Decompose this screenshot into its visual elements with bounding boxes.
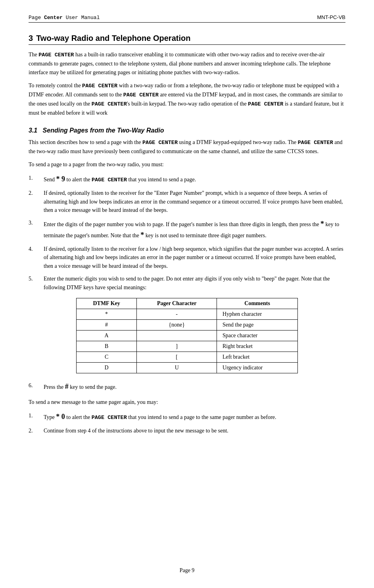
- page-footer: Page 9: [0, 567, 374, 574]
- step-1-content: Send * 9 to alert the PAGE CENTER that y…: [44, 174, 345, 185]
- step-4: 4. If desired, optionally listen to the …: [29, 245, 345, 271]
- table-row: # {none} Send the page: [76, 320, 297, 331]
- subsection31-intro2: To send a page to a pager from the two-w…: [29, 160, 345, 169]
- page-header: Page Center User Manual MNT-PC-VB: [29, 14, 345, 23]
- subsection31-heading: 3.1 Sending Pages from the Two-Way Radio: [29, 127, 345, 134]
- page-center-ref-1: PAGE CENTER: [38, 52, 74, 58]
- section3-title: Two-way Radio and Telephone Operation: [36, 34, 190, 42]
- comment-rbracket: Right bracket: [217, 341, 298, 352]
- final-step-2: 2. Continue from step 4 of the instructi…: [29, 427, 345, 435]
- comment-send: Send the page: [217, 320, 298, 331]
- header-user-manual: User Manual: [63, 15, 100, 21]
- step-3-content: Enter the digits of the pager number you…: [44, 219, 345, 241]
- final-step-1-num: 1.: [29, 411, 44, 420]
- subsection31-title: Sending Pages from the Two-Way Radio: [43, 127, 164, 134]
- pager-char-none: {none}: [137, 320, 217, 331]
- table-header-row: DTMF Key Pager Character Comments: [76, 298, 297, 309]
- page-wrapper: Page Center User Manual MNT-PC-VB 3Two-w…: [0, 0, 374, 588]
- comment-lbracket: Left bracket: [217, 352, 298, 363]
- step-1-num: 1.: [29, 174, 44, 183]
- step-6-num: 6.: [29, 381, 44, 390]
- final-step-1-key: * 0: [56, 413, 65, 421]
- step-3-star2: *: [140, 231, 144, 239]
- final-step-1: 1. Type * 0 to alert the PAGE CENTER tha…: [29, 411, 345, 423]
- step-1: 1. Send * 9 to alert the PAGE CENTER tha…: [29, 174, 345, 185]
- comment-urgency: Urgency indicator: [217, 363, 298, 373]
- step6-list: 6. Press the # key to send the page.: [29, 381, 345, 392]
- step-1-key: * 9: [56, 175, 65, 183]
- header-left: Page Center User Manual: [29, 15, 100, 21]
- table-row: * - Hyphen character: [76, 309, 297, 320]
- header-center-bold: Center: [44, 15, 63, 21]
- step-6-hash: #: [65, 382, 69, 390]
- pager-char-lbracket: [: [137, 352, 217, 363]
- step-3-num: 3.: [29, 219, 44, 227]
- page-center-ref-5: PAGE CENTER: [248, 101, 283, 107]
- final-step-1-content: Type * 0 to alert the PAGE CENTER that y…: [44, 411, 345, 423]
- col-dtmf-key: DTMF Key: [76, 298, 137, 309]
- dtmf-key-a: A: [76, 331, 137, 341]
- page-center-ref-9: PAGE CENTER: [92, 415, 127, 421]
- pager-char-hyphen: -: [137, 309, 217, 320]
- dtmf-key-b: B: [76, 341, 137, 352]
- dtmf-key-hash: #: [76, 320, 137, 331]
- subsection31-intro1: This section describes how to send a pag…: [29, 138, 345, 156]
- pager-char-rbracket: ]: [137, 341, 217, 352]
- dtmf-key-d: D: [76, 363, 137, 373]
- outro-text: To send a new message to the same pager …: [29, 398, 345, 407]
- final-step-2-num: 2.: [29, 427, 44, 435]
- pager-char-space: [137, 331, 217, 341]
- comment-space: Space character: [217, 331, 298, 341]
- step-5-num: 5.: [29, 275, 44, 283]
- section3-intro2: To remotely control the PAGE CENTER with…: [29, 81, 345, 117]
- col-comments: Comments: [217, 298, 298, 309]
- subsection31-number: 3.1: [29, 127, 37, 134]
- step-2: 2. If desired, optionally listen to the …: [29, 189, 345, 215]
- page-center-ref-3: PAGE CENTER: [123, 92, 159, 98]
- final-step-2-content: Continue from step 4 of the instructions…: [44, 427, 345, 435]
- table-row: C [ Left bracket: [76, 352, 297, 363]
- table-row: D U Urgency indicator: [76, 363, 297, 373]
- page-center-ref-7: PAGE CENTER: [298, 140, 333, 146]
- comment-hyphen: Hyphen character: [217, 309, 298, 320]
- final-steps-list: 1. Type * 0 to alert the PAGE CENTER tha…: [29, 411, 345, 435]
- section3-heading: 3Two-way Radio and Telephone Operation: [29, 34, 345, 45]
- section3-number: 3: [29, 34, 33, 42]
- section3-intro1: The PAGE CENTER has a built-in radio tra…: [29, 50, 345, 77]
- page-center-ref-4: PAGE CENTER: [92, 101, 127, 107]
- col-pager-char: Pager Character: [137, 298, 217, 309]
- step-2-num: 2.: [29, 189, 44, 198]
- header-page-prefix: Page: [29, 15, 44, 21]
- table-row: A Space character: [76, 331, 297, 341]
- step-2-content: If desired, optionally listen to the rec…: [44, 189, 345, 215]
- dtmf-table: DTMF Key Pager Character Comments * - Hy…: [76, 298, 298, 373]
- step-6-content: Press the # key to send the page.: [44, 381, 345, 392]
- step-3-star1: *: [320, 220, 324, 228]
- step-4-content: If desired, optionally listen to the rec…: [44, 245, 345, 271]
- page-center-ref-2: PAGE CENTER: [82, 83, 117, 89]
- dtmf-table-wrapper: DTMF Key Pager Character Comments * - Hy…: [29, 298, 345, 373]
- steps-list: 1. Send * 9 to alert the PAGE CENTER tha…: [29, 174, 345, 292]
- page-center-ref-8: PAGE CENTER: [92, 177, 127, 183]
- step-6: 6. Press the # key to send the page.: [29, 381, 345, 392]
- page-number: Page 9: [180, 567, 195, 573]
- table-row: B ] Right bracket: [76, 341, 297, 352]
- step-5-content: Enter the numeric digits you wish to sen…: [44, 275, 345, 292]
- step-5: 5. Enter the numeric digits you wish to …: [29, 275, 345, 292]
- dtmf-key-star: *: [76, 309, 137, 320]
- pager-char-u: U: [137, 363, 217, 373]
- page-center-ref-6: PAGE CENTER: [142, 140, 178, 146]
- dtmf-key-c: C: [76, 352, 137, 363]
- header-right: MNT-PC-VB: [317, 14, 346, 20]
- step-3: 3. Enter the digits of the pager number …: [29, 219, 345, 241]
- step-4-num: 4.: [29, 245, 44, 254]
